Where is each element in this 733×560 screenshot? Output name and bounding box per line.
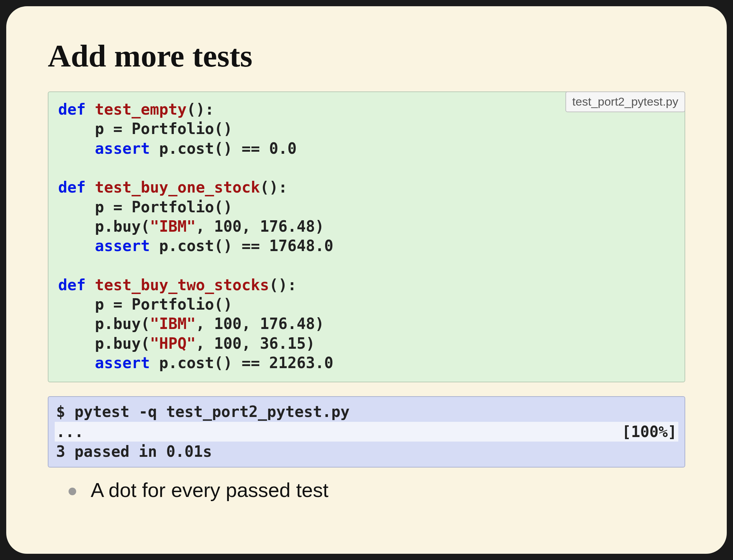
terminal-dots: ... — [56, 422, 83, 442]
slide: Add more tests test_port2_pytest.py def … — [6, 6, 727, 554]
terminal-summary: 3 passed in 0.01s — [56, 442, 677, 461]
code-block: test_port2_pytest.py def test_empty(): p… — [48, 91, 685, 382]
terminal-command: $ pytest -q test_port2_pytest.py — [56, 402, 677, 421]
code-content: def test_empty(): p = Portfolio() assert… — [58, 100, 675, 373]
slide-title: Add more tests — [48, 37, 685, 74]
terminal-percent: [100%] — [622, 422, 677, 442]
terminal-progress-line: ... [100%] — [55, 422, 678, 442]
code-filename-badge: test_port2_pytest.py — [565, 91, 685, 112]
terminal-block: $ pytest -q test_port2_pytest.py ... [10… — [48, 396, 685, 468]
bullet-item: A dot for every passed test — [69, 478, 685, 502]
bullet-list: A dot for every passed test — [48, 478, 685, 502]
